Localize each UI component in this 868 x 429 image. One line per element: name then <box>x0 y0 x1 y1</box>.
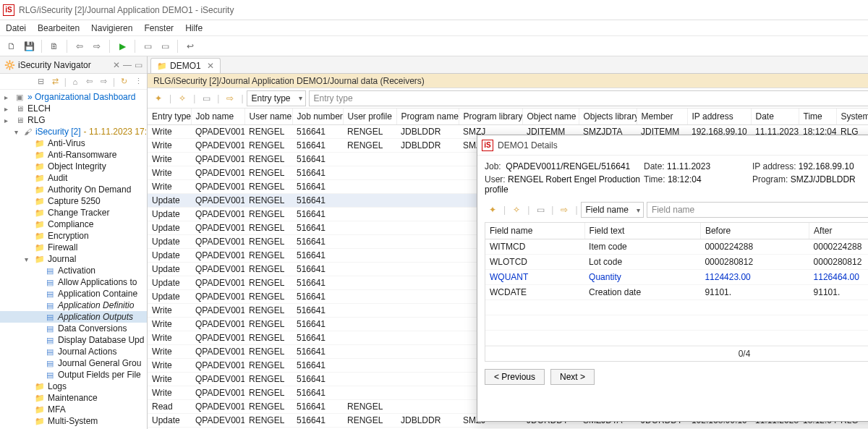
collapse-all-icon[interactable]: ⊟ <box>35 76 47 88</box>
menu-bearbeiten[interactable]: Bearbeiten <box>38 23 80 33</box>
previous-button[interactable]: < Previous <box>485 369 545 385</box>
box1-icon[interactable]: ▭ <box>140 39 155 54</box>
tree-item[interactable]: 📁Compliance <box>0 218 147 230</box>
menu-datei[interactable]: Datei <box>6 23 26 33</box>
tree-item[interactable]: 📁Maintenance <box>0 392 147 404</box>
col-header[interactable]: System name <box>836 109 868 125</box>
col-header[interactable]: Job name <box>191 109 244 125</box>
save-icon[interactable]: 💾 <box>22 39 36 54</box>
tree-item[interactable]: 📁Capture 5250 <box>0 195 147 207</box>
dialog-grid-wrap[interactable]: Field nameField textBeforeAfterChangedWI… <box>485 222 868 362</box>
chevron-down-icon[interactable]: ▾ <box>14 128 22 136</box>
tree-item[interactable]: ▤Application Outputs <box>0 311 147 323</box>
chevron-down-icon[interactable]: ▾ <box>25 255 33 263</box>
col-header[interactable]: Objects library <box>579 109 637 125</box>
dlg-filter-add-icon[interactable]: ✦ <box>485 202 501 218</box>
menu-icon[interactable]: ⋮ <box>132 76 144 88</box>
table-row[interactable]: WQUANTQuantity1124423.001126464.00Yes <box>485 270 868 285</box>
tree-item[interactable]: 📁Change Tracker <box>0 207 147 218</box>
table-row[interactable]: WCDATECreation date91101.91101.No <box>485 285 868 300</box>
filter-field-select[interactable]: Entry type <box>247 90 306 106</box>
tree-item[interactable]: ▤Activation <box>0 265 147 276</box>
dlg-filter-star-icon[interactable]: ✧ <box>509 202 524 218</box>
restore-pane-icon[interactable]: ▭ <box>135 60 142 70</box>
navigator-tree[interactable]: ▸▣» Organizational Dashboard▸🖥ELCH▸🖥RLG▾… <box>0 90 147 429</box>
col-header[interactable]: Before <box>700 223 809 239</box>
box2-icon[interactable]: ▭ <box>158 39 172 54</box>
dialog-titlebar[interactable]: iS DEMO1 Details ✕ <box>477 135 868 156</box>
tree-item[interactable]: 📁Anti-Ransomware <box>0 149 147 161</box>
tree-item[interactable]: 📁Object Integrity <box>0 161 147 172</box>
col-header[interactable]: Object name <box>522 109 579 125</box>
forward-icon[interactable]: ⇨ <box>90 39 104 54</box>
col-header[interactable]: User name <box>244 109 292 125</box>
tree-item[interactable]: ▸🖥RLG <box>0 114 147 126</box>
minimize-pane-icon[interactable]: — <box>123 60 132 70</box>
new-icon[interactable]: 🗋 <box>4 39 19 54</box>
tree-item[interactable]: 📁Logs <box>0 381 147 392</box>
chevron-right-icon[interactable]: ▸ <box>4 93 13 101</box>
next-button[interactable]: Next > <box>550 369 595 385</box>
tree-item[interactable]: ▤Journal General Grou <box>0 357 147 369</box>
doc-icon[interactable]: 🗎 <box>47 39 61 54</box>
tree-item[interactable]: ▤Journal Actions <box>0 346 147 357</box>
cell: Write <box>148 318 191 331</box>
fwd-nav-icon[interactable]: ⇨ <box>98 76 110 88</box>
close-pane-icon[interactable]: ✕ <box>113 60 120 70</box>
col-header[interactable]: Member <box>637 109 687 125</box>
tree-item[interactable]: ▤Application Definitio <box>0 300 147 311</box>
dlg-filter-input[interactable] <box>647 202 868 218</box>
dlg-filter-select[interactable]: Field name <box>581 202 644 218</box>
tree-item[interactable]: ▤Output Fields per File <box>0 369 147 381</box>
col-header[interactable]: Field name <box>485 223 584 239</box>
tree-item[interactable]: 📁Anti-Virus <box>0 137 147 149</box>
refresh-icon[interactable]: ↻ <box>118 76 129 88</box>
col-header[interactable]: Program name <box>396 109 459 125</box>
dlg-filter-arrow-icon[interactable]: ⇨ <box>556 202 572 218</box>
filter-box-icon[interactable]: ▭ <box>198 90 214 106</box>
tree-item[interactable]: ▸🖥ELCH <box>0 103 147 114</box>
col-header[interactable]: Program library <box>459 109 522 125</box>
tree-item[interactable]: ▾🖌iSecurity [2] - 11.11.2023 17: <box>0 126 147 137</box>
tree-item[interactable]: ▤Application Containe <box>0 288 147 300</box>
link-icon[interactable]: ⇄ <box>50 76 61 88</box>
tree-item[interactable]: 📁Encryption <box>0 230 147 242</box>
filter-add-icon[interactable]: ✦ <box>150 90 166 106</box>
tree-item[interactable]: 📁Firewall <box>0 242 147 253</box>
chevron-right-icon[interactable]: ▸ <box>4 105 13 113</box>
back-icon[interactable]: ⇦ <box>72 39 87 54</box>
tree-item[interactable]: ▤Data Conversions <box>0 323 147 334</box>
tab-close-icon[interactable]: ✕ <box>207 61 214 71</box>
back-nav-icon[interactable]: ⇦ <box>84 76 95 88</box>
tab-demo1[interactable]: 📁 DEMO1 ✕ <box>150 58 221 73</box>
col-header[interactable]: User profile <box>343 109 396 125</box>
tree-item[interactable]: 📁Authority On Demand <box>0 184 147 195</box>
tree-item[interactable]: 📁Audit <box>0 172 147 184</box>
col-header[interactable]: IP address <box>687 109 751 125</box>
col-header[interactable]: Time <box>799 109 836 125</box>
table-row[interactable]: WITMCDItem code00002242880000224288No <box>485 239 868 255</box>
col-header[interactable]: Entry type <box>148 109 191 125</box>
menu-navigieren[interactable]: Navigieren <box>91 23 132 33</box>
dlg-filter-box-icon[interactable]: ▭ <box>532 202 548 218</box>
col-header[interactable]: Date <box>751 109 799 125</box>
col-header[interactable]: Job number <box>292 109 343 125</box>
step-icon[interactable]: ↩ <box>183 39 197 54</box>
filter-star-icon[interactable]: ✧ <box>174 90 190 106</box>
menu-hilfe[interactable]: Hilfe <box>185 23 203 33</box>
tree-item[interactable]: ▾📁Journal <box>0 253 147 265</box>
tree-item[interactable]: ▸▣» Organizational Dashboard <box>0 91 147 103</box>
tree-item[interactable]: ▤Allow Applications to <box>0 276 147 288</box>
filter-input[interactable] <box>309 90 868 106</box>
table-row[interactable]: WLOTCDLot code00002808120000280812No <box>485 255 868 270</box>
col-header[interactable]: Field text <box>584 223 700 239</box>
tree-item[interactable]: 📁MFA <box>0 404 147 415</box>
col-header[interactable]: After <box>809 223 868 239</box>
menu-fenster[interactable]: Fenster <box>144 23 174 33</box>
home-icon[interactable]: ⌂ <box>69 76 81 88</box>
filter-arrow-icon[interactable]: ⇨ <box>222 90 238 106</box>
tree-item[interactable]: 📁Multi-System <box>0 415 147 427</box>
tree-item[interactable]: ▤Display Database Upd <box>0 334 147 346</box>
run-icon[interactable]: ▶ <box>115 39 129 54</box>
chevron-right-icon[interactable]: ▸ <box>4 116 13 124</box>
